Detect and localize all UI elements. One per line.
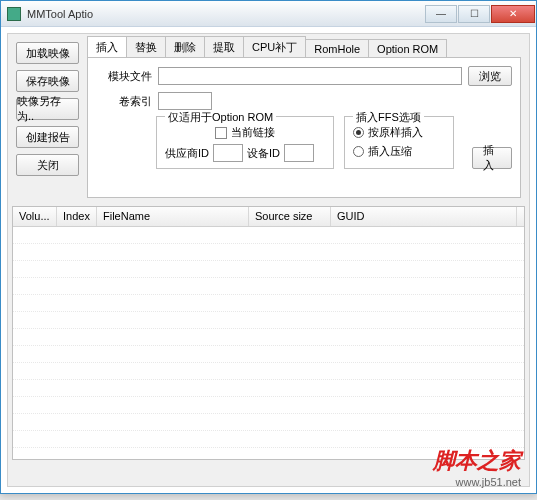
- client-area: 加载映像 保存映像 映像另存为.. 创建报告 关闭 插入 替换 删除 提取 CP…: [1, 27, 536, 493]
- tab-content-insert: 模块文件 浏览 卷索引 仅适用于Option ROM: [87, 58, 521, 198]
- volume-index-row: 卷索引: [96, 92, 512, 110]
- tab-bar: 插入 替换 删除 提取 CPU补丁 RomHole Option ROM: [87, 38, 521, 58]
- module-file-row: 模块文件 浏览: [96, 66, 512, 86]
- current-link-label: 当前链接: [231, 125, 275, 140]
- table-row[interactable]: [13, 227, 524, 244]
- load-image-button[interactable]: 加载映像: [16, 42, 79, 64]
- app-icon: [7, 7, 21, 21]
- save-image-as-button[interactable]: 映像另存为..: [16, 98, 79, 120]
- table-row[interactable]: [13, 414, 524, 431]
- table-row[interactable]: [13, 397, 524, 414]
- maximize-button[interactable]: ☐: [458, 5, 490, 23]
- save-image-button[interactable]: 保存映像: [16, 70, 79, 92]
- option-rom-group-title: 仅适用于Option ROM: [165, 110, 276, 125]
- inner-frame: 加载映像 保存映像 映像另存为.. 创建报告 关闭 插入 替换 删除 提取 CP…: [7, 33, 530, 487]
- ffs-options-group-title: 插入FFS选项: [353, 110, 424, 125]
- insert-btn-wrap: 插入: [472, 116, 512, 169]
- table-row[interactable]: [13, 380, 524, 397]
- insert-compressed-radio[interactable]: [353, 146, 364, 157]
- window-title: MMTool Aptio: [27, 8, 93, 20]
- option-rom-group: 仅适用于Option ROM 当前链接 供应商ID: [156, 116, 334, 169]
- insert-as-is-label: 按原样插入: [368, 125, 423, 140]
- table-row[interactable]: [13, 261, 524, 278]
- tab-delete[interactable]: 删除: [165, 36, 205, 57]
- insert-as-is-row[interactable]: 按原样插入: [353, 125, 445, 140]
- table-row[interactable]: [13, 363, 524, 380]
- ffs-options-group: 插入FFS选项 按原样插入 插入压缩: [344, 116, 454, 169]
- table-header: Volu... Index FileName Source size GUID: [13, 207, 524, 227]
- table-row[interactable]: [13, 431, 524, 448]
- browse-button[interactable]: 浏览: [468, 66, 512, 86]
- volume-index-input[interactable]: [158, 92, 212, 110]
- tab-romhole[interactable]: RomHole: [305, 39, 369, 57]
- main-window: MMTool Aptio — ☐ ✕ 加载映像 保存映像 映像另存为.. 创建报…: [0, 0, 537, 494]
- current-link-row: 当前链接: [165, 125, 325, 140]
- col-source-size[interactable]: Source size: [249, 207, 331, 226]
- close-button[interactable]: ✕: [491, 5, 535, 23]
- vendor-device-row: 供应商ID 设备ID: [165, 144, 325, 162]
- tab-extract[interactable]: 提取: [204, 36, 244, 57]
- module-table[interactable]: Volu... Index FileName Source size GUID: [12, 206, 525, 460]
- table-row[interactable]: [13, 329, 524, 346]
- col-index[interactable]: Index: [57, 207, 97, 226]
- vendor-id-input[interactable]: [213, 144, 243, 162]
- close-app-button[interactable]: 关闭: [16, 154, 79, 176]
- insert-compressed-row[interactable]: 插入压缩: [353, 144, 445, 159]
- device-id-label: 设备ID: [247, 146, 280, 161]
- module-file-label: 模块文件: [96, 69, 152, 84]
- table-row[interactable]: [13, 312, 524, 329]
- table-row[interactable]: [13, 295, 524, 312]
- col-filename[interactable]: FileName: [97, 207, 249, 226]
- create-report-button[interactable]: 创建报告: [16, 126, 79, 148]
- tab-insert[interactable]: 插入: [87, 36, 127, 57]
- tab-option-rom[interactable]: Option ROM: [368, 39, 447, 57]
- current-link-checkbox[interactable]: [215, 127, 227, 139]
- insert-as-is-radio[interactable]: [353, 127, 364, 138]
- col-guid[interactable]: GUID: [331, 207, 517, 226]
- module-file-input[interactable]: [158, 67, 462, 85]
- volume-index-label: 卷索引: [96, 94, 152, 109]
- titlebar[interactable]: MMTool Aptio — ☐ ✕: [1, 1, 536, 27]
- groupboxes: 仅适用于Option ROM 当前链接 供应商ID: [156, 116, 512, 169]
- device-id-input[interactable]: [284, 144, 314, 162]
- table-row[interactable]: [13, 244, 524, 261]
- main-panel: 插入 替换 删除 提取 CPU补丁 RomHole Option ROM 模块文…: [83, 38, 525, 198]
- tab-cpu-patch[interactable]: CPU补丁: [243, 36, 306, 57]
- col-volume[interactable]: Volu...: [13, 207, 57, 226]
- insert-button[interactable]: 插入: [472, 147, 512, 169]
- tab-replace[interactable]: 替换: [126, 36, 166, 57]
- table-row[interactable]: [13, 346, 524, 363]
- table-body: [13, 227, 524, 448]
- vendor-id-label: 供应商ID: [165, 146, 209, 161]
- side-button-column: 加载映像 保存映像 映像另存为.. 创建报告 关闭: [12, 38, 83, 198]
- insert-compressed-label: 插入压缩: [368, 144, 412, 159]
- top-area: 加载映像 保存映像 映像另存为.. 创建报告 关闭 插入 替换 删除 提取 CP…: [12, 38, 525, 198]
- minimize-button[interactable]: —: [425, 5, 457, 23]
- table-row[interactable]: [13, 278, 524, 295]
- window-controls: — ☐ ✕: [425, 5, 536, 23]
